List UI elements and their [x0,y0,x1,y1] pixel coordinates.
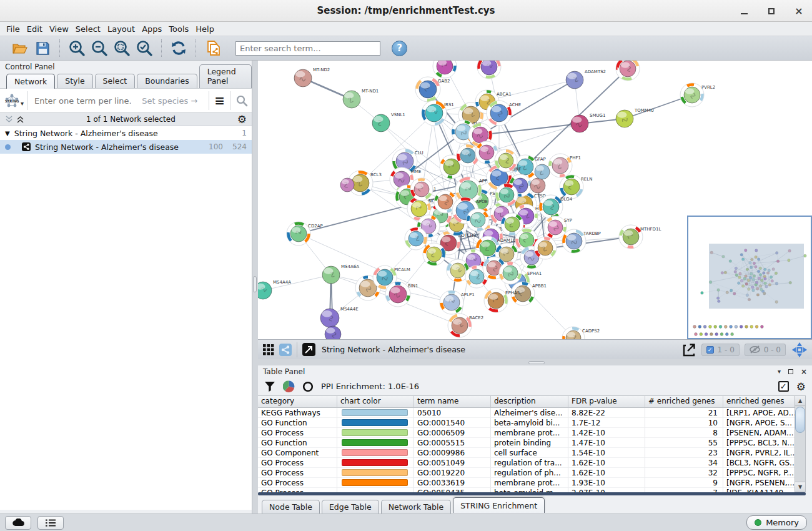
menu-layout[interactable]: Layout [107,23,141,35]
table-row[interactable]: GO ProcessGO:0050435beta-amyloid m...2.0… [258,488,795,492]
tab-boundaries[interactable]: Boundaries [137,74,197,88]
table-row[interactable]: GO ProcessGO:0051049regulation of tra...… [258,458,795,468]
scroll-down-arrow[interactable]: ▼ [795,482,805,492]
donut-chart-icon[interactable] [302,381,314,392]
table-row[interactable]: KEGG Pathways05010Alzheimer's dise...8.8… [258,408,795,418]
open-session-button[interactable] [11,39,29,57]
table-cell: 34 [645,458,723,468]
pie-chart-icon[interactable] [283,380,295,392]
network-collection-row[interactable]: ▼ String Network - Alzheimer's disease 1 [0,126,252,140]
table-row[interactable]: GO ProcessGO:0019220regulation of ph...1… [258,468,795,478]
network-list-gear-icon[interactable]: ⚙ [237,113,247,126]
table-cell: 21 [645,408,723,418]
table-cell: GO:0001540 [414,418,491,428]
tab-string-enrichment[interactable]: STRING Enrichment [453,497,545,513]
maximize-button[interactable] [765,4,778,18]
table-scrollbar[interactable]: ▲ ▼ [795,395,806,492]
tab-edge-table[interactable]: Edge Table [322,500,379,514]
tab-network-table[interactable]: Network Table [381,500,452,514]
tab-style[interactable]: Style [57,74,92,88]
menu-help[interactable]: Help [196,23,220,35]
table-settings-gear-icon[interactable]: ⚙ [796,380,806,393]
cloud-icon [12,519,24,527]
set-species-link[interactable]: Set species → [142,96,197,106]
col-term-name[interactable]: term name [414,396,491,408]
table-float-panel-icon[interactable] [788,369,793,374]
help-icon[interactable]: ? [392,41,407,56]
enrichment-table[interactable]: category chart color term name descripti… [258,395,795,492]
memory-label: Memory [766,518,799,527]
table-row[interactable]: GO ComponentGO:0009986cell surface1.54E-… [258,448,795,458]
table-hscrollbar[interactable] [258,492,806,495]
network-row[interactable]: String Network - Alzheimer's disease 100… [0,140,252,154]
network-canvas[interactable]: MT-ND2MT-ND1VSNL1GAB2ADAMTS2PVRL2TOMM40S… [258,61,812,339]
table-row[interactable]: GO FunctionGO:0005515protein binding1.47… [258,438,795,448]
export-network-icon[interactable] [681,342,696,357]
panel-divider[interactable] [252,61,258,514]
splitter-handle[interactable] [528,361,545,364]
filter-icon[interactable] [264,381,275,392]
network-view-toolbar: String Network - Alzheimer's disease ✓ 1… [258,339,812,359]
chart-color-swatch [342,479,408,486]
scroll-up-arrow[interactable]: ▲ [795,396,805,406]
menu-apps[interactable]: Apps [142,23,167,35]
col-fdr[interactable]: FDR p-value [568,396,645,408]
zoom-fit-button[interactable] [112,39,131,57]
scroll-thumb[interactable] [795,407,805,433]
automation-button[interactable] [5,516,31,530]
menu-file[interactable]: File [6,23,26,35]
select-columns-icon[interactable]: ✓ [778,381,789,392]
zoom-in-button[interactable] [67,39,86,57]
table-cell: KEGG Pathways [258,408,337,418]
table-panel-menu-icon[interactable]: ▾ [778,368,781,375]
string-options-icon[interactable]: ≡ [214,93,225,108]
tab-legend-panel[interactable]: Legend Panel [199,64,252,88]
table-row[interactable]: GO ProcessGO:0033619membrane prot...1.93… [258,478,795,488]
zoom-selected-button[interactable] [135,39,154,57]
task-history-button[interactable] [37,516,64,530]
table-cell: 1.93E-10 [568,478,645,488]
save-session-button[interactable] [33,39,52,57]
expand-all-icon[interactable] [16,116,24,123]
search-input[interactable] [235,41,380,56]
minimize-button[interactable] [737,4,751,18]
string-source-caret[interactable]: ▾ [21,100,24,107]
selected-count-badge[interactable]: ✓ 1 - 0 [701,344,740,356]
close-button[interactable]: × [792,4,806,18]
col-chart-color[interactable]: chart color [337,396,414,408]
collection-count: 1 [242,129,247,137]
col-genes[interactable]: enriched genes [723,396,795,408]
tab-select[interactable]: Select [95,74,136,88]
menu-edit[interactable]: Edit [27,23,48,35]
birds-eye-view[interactable] [687,216,812,339]
col-num-genes[interactable]: # enriched genes [645,396,723,408]
string-search-icon[interactable] [235,94,248,107]
svg-text:GFAP: GFAP [535,157,546,162]
tab-network[interactable]: Network [6,74,55,89]
horizontal-splitter[interactable] [258,359,812,365]
col-category[interactable]: category [258,396,337,408]
grid-view-icon[interactable] [263,344,274,355]
hidden-count-badge[interactable]: 0 - 0 [745,344,786,356]
menu-select[interactable]: Select [76,23,106,35]
table-close-panel-icon[interactable]: × [801,367,807,376]
share-view-icon[interactable] [279,344,292,356]
tab-node-table[interactable]: Node Table [262,500,320,514]
navigate-icon[interactable] [792,342,807,357]
memory-button[interactable]: Memory [746,515,807,530]
table-row[interactable]: GO ProcessGO:0006509membrane prot...1.42… [258,428,795,438]
menu-tools[interactable]: Tools [169,23,194,35]
table-row[interactable]: GO FunctionGO:0001540beta-amyloid bi...1… [258,418,795,428]
copy-network-button[interactable] [204,39,222,57]
refresh-button[interactable] [169,39,188,57]
title-bar[interactable]: Session: /tmp/enrichmentTest.cys × [0,0,812,22]
string-query-input[interactable] [33,96,142,106]
open-in-window-icon[interactable] [302,343,315,356]
zoom-out-button[interactable] [90,39,109,57]
tree-expander-icon[interactable]: ▼ [5,130,10,137]
collapse-all-icon[interactable] [5,116,13,123]
menu-view[interactable]: View [49,23,74,35]
string-logo[interactable]: STRING [4,92,20,109]
col-description[interactable]: description [491,396,568,408]
divider-handle[interactable] [253,276,257,292]
